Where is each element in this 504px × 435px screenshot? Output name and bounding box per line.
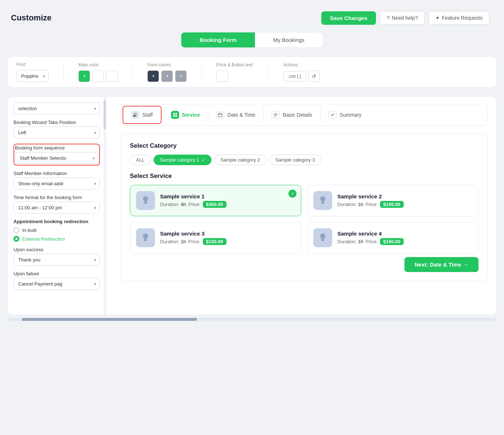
price-button-label: Price & Button text: [216, 62, 254, 67]
bottom-scrollbar-thumb[interactable] [22, 318, 197, 321]
appointment-section: Appointment booking redirection In-built… [13, 219, 100, 242]
service-card-2[interactable]: Sample service 2 Duration: 1h Price: $15… [307, 185, 478, 216]
service-4-info: Sample service 4 Duration: 1h Price: $15… [337, 230, 404, 245]
wizard-tabs-section: Booking Wizard Tabs Position Left [13, 120, 100, 139]
next-btn-wrap: Next: Date & Time → [130, 257, 478, 272]
main-color-swatch-1[interactable] [92, 70, 104, 82]
sidebar: selection Booking Wizard Tabs Position L… [8, 97, 106, 315]
reset-button[interactable]: ↺ [308, 70, 320, 82]
radio-external[interactable]: External Redirection [13, 236, 100, 242]
divider-1 [63, 63, 64, 81]
time-format-select-wrap[interactable]: 11:00 am - 12:00 pm [13, 202, 100, 214]
upon-success-select[interactable]: Thank you [13, 254, 100, 266]
upon-failure-select[interactable]: Cancel Payment pag [13, 278, 100, 290]
font-select-wrap[interactable]: Poppins [16, 70, 49, 82]
service-1-name: Sample service 1 [160, 193, 226, 199]
bottom-scrollbar[interactable] [7, 318, 497, 321]
svg-rect-6 [218, 113, 222, 117]
service-card-3[interactable]: Sample service 3 Duration: 1h Price: $15… [130, 222, 301, 253]
category-all[interactable]: ALL [130, 155, 151, 165]
category-1[interactable]: Sample category 1 ✓ [154, 155, 211, 165]
wizard-tabs-select[interactable]: Left [13, 127, 100, 139]
sidebar-selection-select[interactable]: selection [13, 102, 100, 114]
form-colors-group: Form colors: ▾ ▾ ▾ [147, 62, 187, 82]
radio-external-indicator [13, 236, 19, 242]
next-button[interactable]: Next: Date & Time → [404, 257, 478, 272]
category-1-check: ✓ [202, 158, 205, 163]
form-colors-label: Form colors: [147, 62, 187, 67]
wizard-tabs-select-wrap[interactable]: Left [13, 127, 100, 139]
svg-rect-4 [173, 115, 175, 117]
form-color-btn-3[interactable]: ▾ [175, 70, 187, 82]
css-button[interactable]: .css { } [283, 71, 306, 81]
appointment-label: Appointment booking redirection [13, 219, 100, 224]
font-select[interactable]: Poppins [16, 70, 49, 82]
staff-info-label: Staff Member Information [13, 171, 100, 176]
service-2-info: Sample service 2 Duration: 1h Price: $15… [337, 193, 404, 208]
time-format-select[interactable]: 11:00 am - 12:00 pm [13, 202, 100, 214]
wizard-tab-basic-details-label: Basic Details [283, 112, 312, 118]
content-area: Staff Service Date & Time Basic Details [112, 97, 496, 315]
form-color-btn-2[interactable]: ▾ [161, 70, 173, 82]
category-2[interactable]: Sample category 2 [214, 155, 266, 165]
wizard-tab-service[interactable]: Service [163, 106, 209, 123]
service-panel: Select Category ALL Sample category 1 ✓ … [121, 133, 488, 281]
radio-inbuilt-label: In-built [22, 228, 36, 233]
main-color-inner: ▾ [78, 70, 118, 82]
actions-label: Actions: [283, 62, 320, 67]
save-changes-button[interactable]: Save Changes [321, 11, 376, 25]
select-service-title: Select Service [130, 172, 478, 180]
service-2-name: Sample service 2 [337, 193, 404, 199]
wizard-tab-staff[interactable]: Staff [123, 106, 162, 124]
upon-success-select-wrap[interactable]: Thank you [13, 254, 100, 266]
staff-info-select-wrap[interactable]: Show only email addr [13, 178, 100, 190]
wizard-tab-datetime[interactable]: Date & Time [208, 106, 264, 123]
category-3[interactable]: Sample category 3 [269, 155, 321, 165]
top-bar-actions: Save Changes ? Need help? ✦ Feature Requ… [321, 11, 489, 25]
svg-rect-3 [175, 113, 177, 115]
feature-requests-button[interactable]: ✦ Feature Requests [429, 11, 489, 25]
wizard-tabs-bar: Staff Service Date & Time Basic Details [121, 104, 488, 126]
booking-sequence-highlight: Booking form sequence Staff Member Selec… [13, 144, 100, 166]
font-label: Font: [16, 62, 49, 67]
service-grid: ✓ Sample service 1 Duration: 4h Price: $… [130, 185, 478, 253]
wizard-tab-datetime-label: Date & Time [227, 112, 255, 118]
service-card-4[interactable]: Sample service 4 Duration: 1h Price: $15… [307, 222, 478, 253]
select-category-title: Select Category [130, 142, 478, 149]
scrollbar-thumb[interactable] [104, 100, 106, 129]
actions-group: Actions: .css { } ↺ [283, 62, 320, 82]
radio-inbuilt[interactable]: In-built [13, 227, 100, 233]
booking-sequence-select-wrap[interactable]: Staff Member Selectio [15, 152, 98, 164]
tab-my-bookings[interactable]: My Bookings [255, 32, 323, 47]
divider-2 [132, 63, 133, 81]
wizard-tab-basic-details[interactable]: Basic Details [264, 106, 321, 123]
upon-failure-select-wrap[interactable]: Cancel Payment pag [13, 278, 100, 290]
service-icon [171, 111, 179, 119]
feature-icon: ✦ [435, 15, 440, 21]
booking-sequence-select[interactable]: Staff Member Selectio [15, 152, 98, 164]
wizard-tab-summary[interactable]: Summary [321, 106, 369, 123]
service-1-check-icon: ✓ [288, 190, 296, 198]
main-color-swatch-2[interactable] [106, 70, 118, 82]
tab-booking-form[interactable]: Booking Form [181, 32, 255, 47]
service-3-thumb [136, 228, 155, 247]
staff-icon [131, 111, 139, 119]
summary-icon [329, 111, 337, 119]
service-3-meta: Duration: 1h Price: $150.00 [160, 238, 226, 245]
staff-info-select[interactable]: Show only email addr [13, 178, 100, 190]
time-format-label: Time format for the booking form [13, 195, 100, 200]
service-2-meta: Duration: 1h Price: $150.00 [337, 201, 404, 208]
booking-sequence-label: Booking form sequence [15, 145, 98, 151]
main-color-dropdown-btn[interactable]: ▾ [78, 70, 90, 82]
form-colors-inner: ▾ ▾ ▾ [147, 70, 187, 82]
need-help-button[interactable]: ? Need help? [380, 11, 424, 25]
sidebar-selection-wrap[interactable]: selection [13, 102, 100, 114]
service-4-meta: Duration: 1h Price: $150.00 [337, 238, 404, 245]
service-card-1[interactable]: ✓ Sample service 1 Duration: 4h Price: $… [130, 185, 301, 216]
price-color-swatch[interactable] [216, 70, 228, 82]
time-format-section: Time format for the booking form 11:00 a… [13, 195, 100, 214]
svg-point-0 [134, 113, 136, 114]
service-1-meta: Duration: 4h Price: $350.00 [160, 201, 226, 208]
service-1-thumb [136, 191, 155, 210]
form-color-btn-1[interactable]: ▾ [147, 70, 159, 82]
